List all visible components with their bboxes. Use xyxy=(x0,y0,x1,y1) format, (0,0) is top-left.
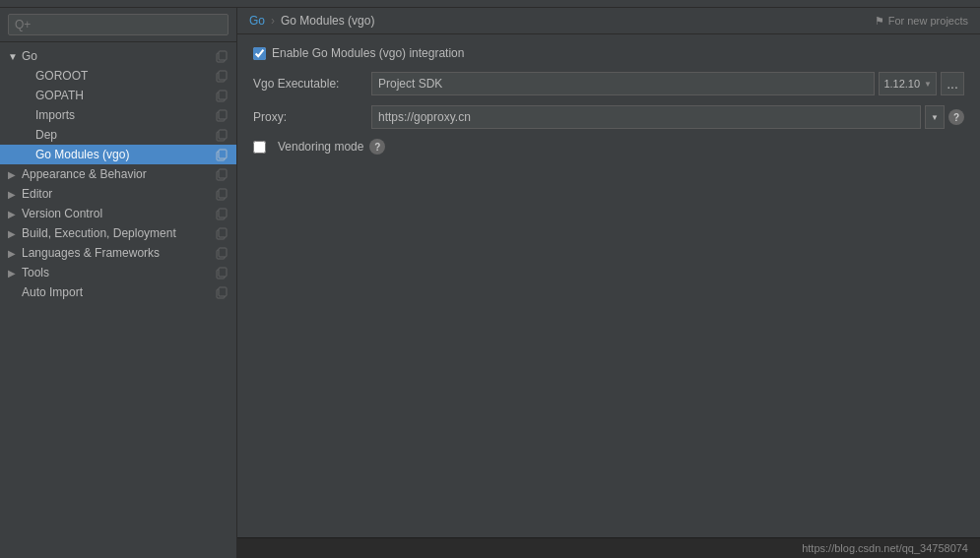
sidebar-item-editor[interactable]: ▶ Editor xyxy=(0,184,236,204)
go-arrow: ▼ xyxy=(8,51,22,62)
copy-icon xyxy=(215,167,229,181)
tools-arrow: ▶ xyxy=(8,268,22,279)
copy-icon xyxy=(215,108,229,122)
build-arrow: ▶ xyxy=(8,228,22,239)
search-bar xyxy=(0,8,236,42)
vendoring-checkbox[interactable] xyxy=(253,141,266,154)
sidebar-item-imports[interactable]: Imports xyxy=(0,105,236,125)
breadcrumb-parent[interactable]: Go xyxy=(249,14,265,28)
vendoring-row: Vendoring mode ? xyxy=(253,139,964,155)
vgo-control: 1.12.10 ▼ ... xyxy=(371,72,964,95)
proxy-dropdown-arrow: ▼ xyxy=(931,113,939,122)
sidebar-item-label: Languages & Frameworks xyxy=(22,246,215,260)
breadcrumb-current: Go Modules (vgo) xyxy=(281,14,374,28)
breadcrumb-for-new: ⚑ For new projects xyxy=(875,15,968,28)
sidebar-item-label: GOROOT xyxy=(35,69,215,83)
ellipsis-button[interactable]: ... xyxy=(941,72,964,95)
copy-icon xyxy=(215,207,229,220)
main-panel: Go › Go Modules (vgo) ⚑ For new projects… xyxy=(237,8,980,558)
enable-checkbox-row: Enable Go Modules (vgo) integration xyxy=(253,46,964,60)
copy-icon xyxy=(215,49,229,63)
sidebar-item-goroot[interactable]: GOROOT xyxy=(0,66,236,86)
copy-icon xyxy=(215,148,229,161)
proxy-help-icon[interactable]: ? xyxy=(948,109,964,125)
version-value: 1.12.10 xyxy=(883,78,920,90)
sidebar-item-label: Dep xyxy=(35,128,215,142)
copy-icon xyxy=(215,187,229,201)
sidebar-item-label: Editor xyxy=(22,187,215,201)
svg-rect-21 xyxy=(219,248,227,257)
copy-icon xyxy=(215,266,229,279)
svg-rect-17 xyxy=(219,209,227,217)
svg-rect-9 xyxy=(219,130,227,139)
sidebar-item-label: Appearance & Behavior xyxy=(22,167,215,181)
svg-rect-3 xyxy=(219,71,227,80)
sidebar-item-auto-import[interactable]: Auto Import xyxy=(0,282,236,302)
vendoring-label: Vendoring mode xyxy=(278,140,363,154)
sidebar-item-label: Version Control xyxy=(22,207,215,220)
copy-icon xyxy=(215,285,229,299)
sidebar-item-label: Build, Execution, Deployment xyxy=(22,226,215,240)
sidebar-item-appearance[interactable]: ▶ Appearance & Behavior xyxy=(0,164,236,184)
sidebar-item-languages-frameworks[interactable]: ▶ Languages & Frameworks xyxy=(0,243,236,263)
sidebar: ▼ Go GOROOT GOPATH xyxy=(0,8,237,558)
svg-rect-5 xyxy=(219,91,227,99)
vgo-sdk-input[interactable] xyxy=(371,72,875,95)
flag-icon: ⚑ xyxy=(875,15,884,28)
watermark: https://blog.csdn.net/qq_34758074 xyxy=(802,542,968,554)
sidebar-tree: ▼ Go GOROOT GOPATH xyxy=(0,42,236,558)
svg-rect-23 xyxy=(219,268,227,277)
svg-rect-1 xyxy=(219,51,227,60)
svg-rect-7 xyxy=(219,110,227,119)
breadcrumb-separator: › xyxy=(271,14,275,28)
sidebar-item-build-execution[interactable]: ▶ Build, Execution, Deployment xyxy=(0,223,236,243)
version-control-arrow: ▶ xyxy=(8,209,22,219)
proxy-label: Proxy: xyxy=(253,110,371,124)
vgo-label: Vgo Executable: xyxy=(253,77,371,91)
enable-checkbox[interactable] xyxy=(253,47,266,60)
copy-icon xyxy=(215,226,229,240)
sidebar-item-gopath[interactable]: GOPATH xyxy=(0,86,236,105)
sidebar-item-label: Go Modules (vgo) xyxy=(35,148,215,161)
sidebar-item-tools[interactable]: ▶ Tools xyxy=(0,263,236,282)
for-new-label: For new projects xyxy=(888,15,968,27)
copy-icon xyxy=(215,69,229,83)
sidebar-item-version-control[interactable]: ▶ Version Control xyxy=(0,204,236,223)
svg-rect-15 xyxy=(219,189,227,198)
appearance-arrow: ▶ xyxy=(8,169,22,180)
svg-rect-11 xyxy=(219,150,227,158)
sidebar-item-dep[interactable]: Dep xyxy=(0,125,236,145)
sidebar-item-label: Go xyxy=(22,49,215,63)
proxy-dropdown-button[interactable]: ▼ xyxy=(925,105,945,129)
proxy-row: Proxy: ▼ ? xyxy=(253,105,964,129)
sidebar-item-label: GOPATH xyxy=(35,89,215,102)
editor-arrow: ▶ xyxy=(8,189,22,200)
version-dropdown[interactable]: 1.12.10 ▼ xyxy=(879,72,937,95)
sidebar-item-label: Imports xyxy=(35,108,215,122)
footer: https://blog.csdn.net/qq_34758074 xyxy=(237,537,980,558)
enable-checkbox-label: Enable Go Modules (vgo) integration xyxy=(272,46,464,60)
svg-rect-13 xyxy=(219,169,227,178)
copy-icon xyxy=(215,246,229,260)
breadcrumb: Go › Go Modules (vgo) ⚑ For new projects xyxy=(237,8,980,34)
languages-arrow: ▶ xyxy=(8,248,22,259)
proxy-control: ▼ ? xyxy=(371,105,964,129)
svg-rect-19 xyxy=(219,228,227,237)
proxy-input[interactable] xyxy=(371,105,921,129)
sidebar-item-label: Tools xyxy=(22,266,215,279)
search-input[interactable] xyxy=(8,14,229,35)
version-dropdown-arrow: ▼ xyxy=(924,80,932,89)
settings-content: Enable Go Modules (vgo) integration Vgo … xyxy=(237,34,980,537)
copy-icon xyxy=(215,89,229,102)
vgo-executable-row: Vgo Executable: 1.12.10 ▼ ... xyxy=(253,72,964,95)
vendoring-help-icon[interactable]: ? xyxy=(369,139,385,155)
svg-rect-25 xyxy=(219,287,227,296)
copy-icon xyxy=(215,128,229,142)
sidebar-item-label: Auto Import xyxy=(22,285,215,299)
sidebar-item-go[interactable]: ▼ Go xyxy=(0,46,236,66)
sidebar-item-go-modules[interactable]: Go Modules (vgo) xyxy=(0,145,236,164)
